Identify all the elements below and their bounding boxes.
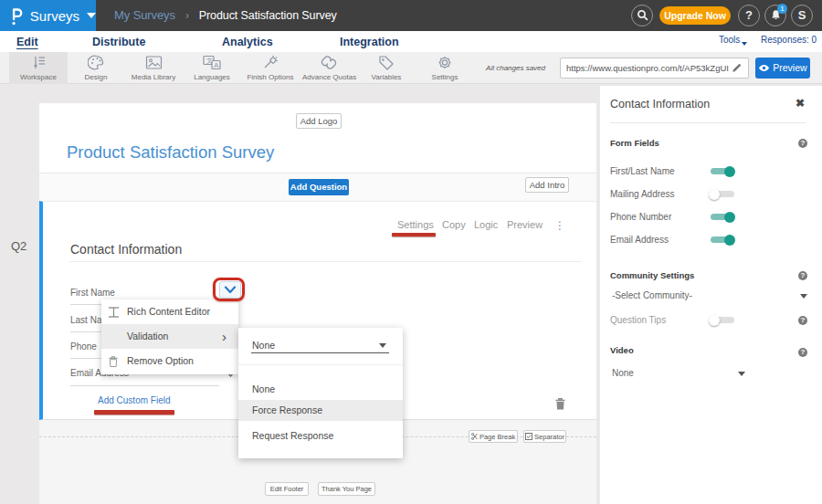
svg-text:A: A bbox=[214, 61, 218, 69]
